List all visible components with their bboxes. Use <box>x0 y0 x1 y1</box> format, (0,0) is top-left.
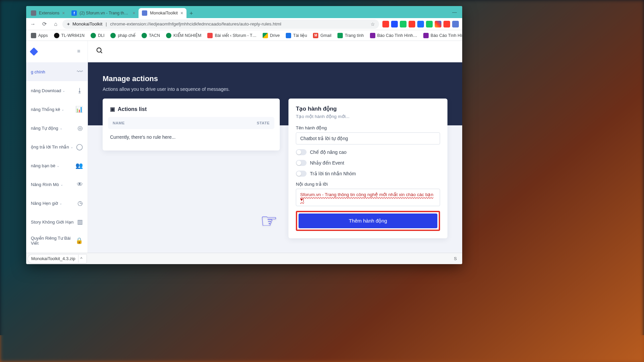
search-icon[interactable] <box>96 47 103 56</box>
bookmarks-bar: Apps TL-WR841N DLI pháp chế TACN KIỂM NG… <box>26 30 462 41</box>
bookmark-item[interactable]: Bài viết ‹ Sforum - T… <box>205 31 259 40</box>
bookmark-item[interactable]: Drive <box>260 31 282 40</box>
bookmark-item[interactable]: pháp chế <box>108 31 138 40</box>
toggle-label: Chế độ nâng cao <box>310 149 346 155</box>
tab-title: MonokaiToolkit <box>150 11 178 15</box>
minimize-icon[interactable]: — <box>447 6 462 18</box>
bookmark-item[interactable]: TL-WR841N <box>51 31 87 40</box>
page-subtitle: Actions allow you to drive user into a s… <box>103 86 447 92</box>
toggle-advanced[interactable] <box>296 149 307 155</box>
downloads-shelf: MonokaiToolkit_4.3.zip ^ S <box>26 253 462 264</box>
toggle-jump-event[interactable] <box>296 160 307 166</box>
bookmark-item[interactable]: DLI <box>88 31 107 40</box>
toggle-label: Trả lời tin nhắn Nhóm <box>310 171 356 176</box>
page-content: ≡ g chính 〰 năng Download⌄ ⭳ năng Thống … <box>26 41 462 253</box>
lock-icon: 🔒 <box>75 237 83 244</box>
action-name-input[interactable] <box>296 132 440 144</box>
ext-icon[interactable] <box>409 21 415 27</box>
highlighted-frame: Thêm hành động <box>296 211 440 231</box>
toggle-group-reply[interactable] <box>296 171 307 177</box>
sidebar-item-auto[interactable]: năng Tự động⌄ ◎ <box>26 119 88 137</box>
field-label-body: Nội dung trả lời <box>296 181 440 187</box>
tab-extensions[interactable]: Extensions × <box>28 8 68 18</box>
bookmark-item[interactable]: Báo Cáo Tình Hình… <box>421 31 462 40</box>
actions-list-card: ▣Actions list NAME STATE Currently, ther… <box>103 99 280 150</box>
bookmark-apps[interactable]: Apps <box>28 31 51 40</box>
extension-icon: ✦ <box>66 21 70 27</box>
forward-button[interactable]: → <box>28 19 38 29</box>
compass-icon: ◎ <box>77 124 83 132</box>
new-tab-button[interactable]: + <box>186 9 196 18</box>
address-path: chrome-extension://iedjeaomfnfgefjmhhcid… <box>110 21 281 26</box>
list-icon: ▣ <box>110 106 115 112</box>
activity-icon: 〰 <box>77 68 83 75</box>
window-controls: — <box>447 6 462 18</box>
card-title: Actions list <box>118 106 147 112</box>
sidebar-item-friends[interactable]: năng bạn bè⌄ 👥 <box>26 156 88 175</box>
bookmark-item[interactable]: Báo Cáo Tình Hình… <box>367 31 420 40</box>
sidebar-item-stats[interactable]: năng Thống kê⌄ 📊 <box>26 100 88 119</box>
ext-icon[interactable] <box>400 21 407 27</box>
bookmark-item[interactable]: Trang tính <box>335 31 367 40</box>
tab-title: (2) Sforum.vn - Trang thông tin c <box>79 11 130 15</box>
bookmark-item[interactable]: Tài liệu <box>283 31 310 40</box>
sidebar: ≡ g chính 〰 năng Download⌄ ⭳ năng Thống … <box>26 41 88 253</box>
ext-icon[interactable] <box>417 21 424 27</box>
address-bar-row: → ⟳ ⌂ ✦ MonokaiToolkit | chrome-extensio… <box>26 18 462 30</box>
svg-point-0 <box>97 48 101 52</box>
ext-icon[interactable] <box>426 21 433 27</box>
extension-icons <box>381 21 460 27</box>
home-button[interactable]: ⌂ <box>51 19 60 29</box>
bookmark-item[interactable]: KIỂM NGHIỆM <box>163 31 204 40</box>
close-icon[interactable]: × <box>180 10 183 16</box>
tab-sforum[interactable]: f (2) Sforum.vn - Trang thông tin c × <box>68 8 139 18</box>
form-title: Tạo hành động <box>296 105 440 112</box>
sidebar-item-stalk[interactable]: Năng Rình Mò⌄ 👁 <box>26 175 88 194</box>
clock-icon: ◷ <box>77 199 83 207</box>
sidebar-item-privacy[interactable]: Quyền Riêng Tư Bài Viết 🔒 <box>26 231 88 250</box>
chart-icon: 📊 <box>75 106 83 113</box>
col-name: NAME <box>113 121 257 125</box>
top-bar <box>88 41 462 62</box>
close-icon[interactable]: × <box>132 10 135 16</box>
add-action-button[interactable]: Thêm hành động <box>299 214 437 228</box>
users-icon: 👥 <box>75 162 83 169</box>
reply-body-input[interactable]: Sforum.vn - Trang thông tin công nghệ mớ… <box>296 189 440 206</box>
ext-icon[interactable] <box>382 21 389 27</box>
ext-icon[interactable] <box>435 21 441 27</box>
empty-state: Currently, there's no rule here... <box>108 129 274 141</box>
content: ▣Actions list NAME STATE Currently, ther… <box>88 125 462 253</box>
sidebar-item-download[interactable]: năng Download⌄ ⭳ <box>26 81 88 100</box>
field-label-name: Tên hành động <box>296 125 440 130</box>
show-all-downloads[interactable]: S <box>450 256 461 261</box>
download-item[interactable]: MonokaiToolkit_4.3.zip ^ <box>28 254 87 263</box>
chat-icon: ◯ <box>76 143 83 150</box>
ext-icon[interactable] <box>452 21 459 27</box>
chevron-up-icon[interactable]: ^ <box>78 255 85 262</box>
ext-icon[interactable] <box>391 21 398 27</box>
bookmark-item[interactable]: TACN <box>139 31 163 40</box>
address-host: MonokaiToolkit <box>72 21 102 26</box>
browser-window: Extensions × f (2) Sforum.vn - Trang thô… <box>26 6 462 264</box>
form-subtitle: Tạo một hành động mới... <box>296 114 440 119</box>
tab-monokai[interactable]: MonokaiToolkit × <box>139 8 186 18</box>
download-filename: MonokaiToolkit_4.3.zip <box>31 256 75 261</box>
reload-button[interactable]: ⟳ <box>40 19 49 29</box>
main-area: Manage actions Actions allow you to driv… <box>88 41 462 253</box>
col-state: STATE <box>257 121 270 125</box>
sidebar-item-timer[interactable]: Năng Hẹn giờ⌄ ◷ <box>26 194 88 213</box>
download-icon: ⭳ <box>77 87 83 94</box>
address-bar[interactable]: ✦ MonokaiToolkit | chrome-extension://ie… <box>62 19 379 29</box>
svg-line-1 <box>101 52 102 53</box>
bookmark-item[interactable]: MGmail <box>310 31 334 40</box>
ext-icon[interactable] <box>443 21 450 27</box>
sidebar-item-autoreply[interactable]: ộng trả lời Tin nhắn⌄ ◯ <box>26 137 88 156</box>
page-title: Manage actions <box>103 74 447 83</box>
bookmark-star-icon[interactable]: ☆ <box>371 21 375 27</box>
close-icon[interactable]: × <box>62 10 65 16</box>
sidebar-item-home[interactable]: g chính 〰 <box>26 62 88 81</box>
menu-toggle-icon[interactable]: ≡ <box>77 48 80 54</box>
film-icon: ▥ <box>77 218 83 226</box>
sidebar-item-story[interactable]: Story Không Giới Hạn ▥ <box>26 213 88 231</box>
table-header: NAME STATE <box>108 117 274 129</box>
